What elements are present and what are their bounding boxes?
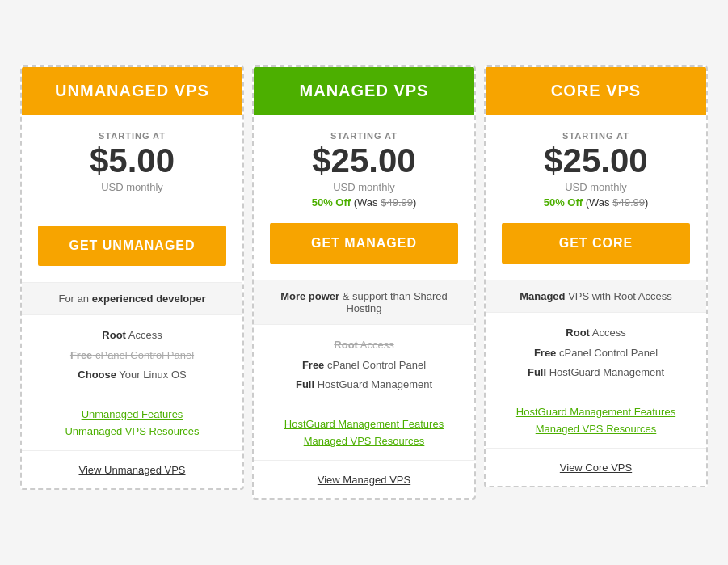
card-header-unmanaged: UNMANAGED VPS — [22, 67, 242, 115]
card-title-core: CORE VPS — [502, 82, 690, 100]
tagline-bold: More power — [280, 290, 339, 302]
links-section-core: HostGuard Management FeaturesManaged VPS… — [486, 398, 706, 448]
features-list-unmanaged: Root AccessFree cPanel Control PanelChoo… — [22, 315, 242, 400]
discount-line-managed: 50% Off (Was $49.99) — [270, 196, 458, 209]
no-discount-spacer — [38, 196, 226, 211]
starting-at-label: STARTING AT — [270, 131, 458, 141]
feature-bold: Free — [534, 347, 556, 359]
view-link-section-managed: View Managed VPS — [254, 460, 474, 498]
starting-at-label: STARTING AT — [502, 131, 690, 141]
view-link-core[interactable]: View Core VPS — [560, 462, 632, 474]
view-link-unmanaged[interactable]: View Unmanaged VPS — [78, 464, 185, 476]
feature-bold: Root — [334, 339, 358, 351]
links-section-unmanaged: Unmanaged FeaturesUnmanaged VPS Resource… — [22, 400, 242, 450]
tagline-unmanaged: For an experienced developer — [22, 282, 242, 315]
feature-bold: Full — [296, 378, 314, 390]
card-header-core: CORE VPS — [486, 67, 706, 115]
feature-bold: Free — [302, 359, 324, 371]
tagline-managed: More power & support than Shared Hosting — [254, 280, 474, 325]
view-link-section-core: View Core VPS — [486, 448, 706, 486]
get-button-unmanaged[interactable]: GET UNMANAGED — [38, 226, 226, 266]
pricing-card-managed: MANAGED VPSSTARTING AT$25.00USD monthly5… — [252, 65, 476, 500]
usd-monthly: USD monthly — [270, 181, 458, 193]
usd-monthly: USD monthly — [502, 181, 690, 193]
feature-bold: Choose — [78, 369, 116, 381]
feature-item: Free cPanel Control Panel — [38, 348, 226, 363]
feature-link-unmanaged-1[interactable]: Unmanaged VPS Resources — [38, 425, 226, 437]
price-managed: $25.00 — [270, 142, 458, 179]
feature-bold: Root — [102, 329, 126, 341]
get-button-managed[interactable]: GET MANAGED — [270, 223, 458, 264]
view-link-section-unmanaged: View Unmanaged VPS — [22, 450, 242, 488]
feature-bold: Full — [528, 366, 546, 378]
off-label: 50% Off — [312, 196, 351, 209]
feature-item: Root Access — [502, 326, 690, 340]
usd-monthly: USD monthly — [38, 181, 226, 193]
card-body-managed: STARTING AT$25.00USD monthly50% Off (Was… — [254, 115, 474, 280]
was-price: $49.99 — [612, 196, 645, 209]
tagline-bold: Managed — [520, 290, 565, 302]
starting-at-label: STARTING AT — [38, 131, 226, 141]
links-section-managed: HostGuard Management FeaturesManaged VPS… — [254, 410, 474, 460]
discount-line-core: 50% Off (Was $49.99) — [502, 196, 690, 209]
feature-link-unmanaged-0[interactable]: Unmanaged Features — [38, 408, 226, 420]
tagline-core: Managed VPS with Root Access — [486, 280, 706, 313]
card-body-unmanaged: STARTING AT$5.00USD monthlyGET UNMANAGED — [22, 115, 242, 282]
tagline-bold: experienced developer — [92, 293, 206, 305]
features-list-core: Root AccessFree cPanel Control PanelFull… — [486, 313, 706, 398]
view-link-managed[interactable]: View Managed VPS — [318, 474, 410, 486]
feature-link-managed-0[interactable]: HostGuard Management Features — [270, 418, 458, 430]
off-label: 50% Off — [544, 196, 583, 209]
feature-item: Root Access — [38, 328, 226, 343]
get-button-core[interactable]: GET CORE — [502, 223, 690, 264]
card-header-managed: MANAGED VPS — [254, 67, 474, 115]
feature-item: Free cPanel Control Panel — [502, 346, 690, 361]
feature-link-core-1[interactable]: Managed VPS Resources — [502, 423, 690, 435]
pricing-card-core: CORE VPSSTARTING AT$25.00USD monthly50% … — [484, 65, 708, 487]
card-title-managed: MANAGED VPS — [270, 82, 458, 100]
was-price: $49.99 — [381, 196, 413, 209]
feature-bold: Root — [566, 327, 590, 339]
feature-link-managed-1[interactable]: Managed VPS Resources — [270, 435, 458, 447]
feature-item: Choose Your Linux OS — [38, 368, 226, 382]
pricing-container: UNMANAGED VPSSTARTING AT$5.00USD monthly… — [0, 49, 728, 516]
pricing-card-unmanaged: UNMANAGED VPSSTARTING AT$5.00USD monthly… — [20, 65, 244, 490]
price-unmanaged: $5.00 — [38, 142, 226, 179]
card-body-core: STARTING AT$25.00USD monthly50% Off (Was… — [486, 115, 706, 280]
card-title-unmanaged: UNMANAGED VPS — [38, 82, 226, 100]
feature-bold: Free — [70, 349, 92, 361]
feature-item: Full HostGuard Management — [270, 377, 458, 392]
feature-item: Full HostGuard Management — [502, 365, 690, 380]
features-list-managed: Root AccessFree cPanel Control PanelFull… — [254, 325, 474, 410]
feature-item: Free cPanel Control Panel — [270, 358, 458, 373]
feature-link-core-0[interactable]: HostGuard Management Features — [502, 406, 690, 418]
feature-item: Root Access — [270, 338, 458, 352]
price-core: $25.00 — [502, 142, 690, 179]
